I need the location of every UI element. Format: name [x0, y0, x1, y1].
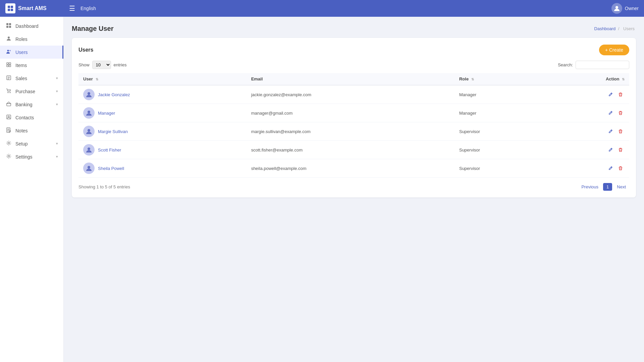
edit-button[interactable]: [606, 146, 614, 154]
edit-button[interactable]: [606, 127, 614, 135]
setup-chevron-icon: ▾: [56, 141, 58, 146]
user-actions: [545, 122, 629, 141]
sidebar-label-roles: Roles: [15, 37, 28, 42]
dashboard-icon: [5, 23, 12, 29]
page-1-button[interactable]: 1: [603, 183, 612, 191]
create-button[interactable]: + Create: [599, 45, 629, 55]
delete-button[interactable]: [616, 164, 625, 172]
svg-point-20: [8, 92, 8, 93]
user-name[interactable]: Sheila Powell: [98, 166, 124, 171]
action-sort-icon[interactable]: ⇅: [622, 77, 625, 81]
users-card: Users + Create Show 10 25 50 100 entries…: [72, 38, 636, 197]
user-avatar-icon: [611, 3, 622, 14]
delete-button[interactable]: [616, 146, 625, 154]
sidebar-label-dashboard: Dashboard: [15, 23, 39, 29]
app-name: Smart AMS: [18, 5, 47, 11]
svg-point-35: [88, 111, 90, 113]
sidebar-item-users[interactable]: Users: [0, 46, 63, 59]
next-button[interactable]: Next: [613, 183, 629, 191]
sidebar-label-contacts: Contacts: [15, 115, 34, 120]
user-role: Manager: [454, 85, 545, 104]
edit-button[interactable]: [606, 164, 614, 172]
language-selector[interactable]: English: [80, 6, 96, 11]
user-email: manager@gmail.com: [247, 104, 454, 122]
breadcrumb-separator: /: [618, 26, 621, 31]
table-row: Scott Fisher scott.fisher@example.com Su…: [78, 141, 629, 159]
sidebar-item-dashboard[interactable]: Dashboard: [0, 19, 63, 33]
sidebar-item-purchase[interactable]: Purchase ▾: [0, 85, 63, 98]
delete-button[interactable]: [616, 127, 625, 135]
sidebar-item-contacts[interactable]: Contacts: [0, 111, 63, 124]
sidebar-item-sales[interactable]: Sales ▾: [0, 72, 63, 85]
sidebar-item-banking[interactable]: Banking ▾: [0, 98, 63, 111]
delete-button[interactable]: [616, 90, 625, 99]
owner-label: Owner: [625, 6, 639, 11]
breadcrumb-dashboard-link[interactable]: Dashboard: [594, 26, 616, 31]
settings-icon: [5, 154, 12, 160]
role-sort-icon[interactable]: ⇅: [471, 77, 474, 81]
table-controls: Show 10 25 50 100 entries Search:: [78, 61, 629, 69]
user-cell: Sheila Powell: [78, 159, 247, 178]
pagination-controls: Previous 1 Next: [578, 183, 629, 191]
sidebar: Dashboard Roles Users: [0, 17, 64, 362]
user-name[interactable]: Margie Sullivan: [98, 129, 128, 134]
breadcrumb-current: Users: [623, 26, 635, 31]
app-logo: Smart AMS: [5, 3, 69, 13]
user-role: Supervisor: [454, 141, 545, 159]
user-actions: [545, 141, 629, 159]
user-role: Manager: [454, 104, 545, 122]
table-row: Jackie Gonzalez jackie.gonzalez@example.…: [78, 85, 629, 104]
user-role: Supervisor: [454, 122, 545, 141]
entries-select[interactable]: 10 25 50 100: [92, 61, 111, 69]
svg-point-39: [88, 129, 90, 132]
purchase-chevron-icon: ▾: [56, 89, 58, 94]
card-header: Users + Create: [78, 45, 629, 55]
user-actions: [545, 85, 629, 104]
user-email: margie.sullivan@example.com: [247, 122, 454, 141]
hamburger-button[interactable]: ☰: [69, 4, 75, 12]
svg-rect-1: [11, 6, 13, 8]
svg-point-21: [10, 92, 10, 93]
search-input[interactable]: [576, 61, 629, 69]
users-table: User ⇅ Email Role ⇅ Action ⇅: [78, 73, 629, 178]
user-name[interactable]: Scott Fisher: [98, 147, 121, 153]
sidebar-item-settings[interactable]: Settings ▾: [0, 150, 63, 163]
sidebar-label-settings: Settings: [15, 154, 33, 160]
svg-point-10: [7, 50, 9, 52]
sidebar-item-notes[interactable]: Notes: [0, 124, 63, 137]
user-email: sheila.powell@example.com: [247, 159, 454, 178]
user-name[interactable]: Manager: [98, 111, 115, 116]
user-name[interactable]: Jackie Gonzalez: [98, 92, 130, 97]
roles-icon: [5, 36, 12, 42]
table-row: Manager manager@gmail.com Manager: [78, 104, 629, 122]
svg-rect-7: [6, 26, 8, 28]
logo-icon: [5, 3, 15, 13]
sidebar-label-banking: Banking: [15, 102, 33, 107]
sidebar-label-items: Items: [15, 63, 27, 68]
showing-text: Showing 1 to 5 of 5 entries: [78, 184, 130, 189]
table-header-row: User ⇅ Email Role ⇅ Action ⇅: [78, 73, 629, 85]
previous-button[interactable]: Previous: [578, 183, 602, 191]
sidebar-item-roles[interactable]: Roles: [0, 33, 63, 46]
svg-rect-0: [8, 6, 10, 8]
pagination-bar: Showing 1 to 5 of 5 entries Previous 1 N…: [78, 183, 629, 191]
svg-point-29: [8, 142, 10, 144]
svg-point-9: [8, 37, 10, 39]
sidebar-item-setup[interactable]: Setup ▾: [0, 137, 63, 150]
sidebar-label-users: Users: [15, 50, 28, 55]
breadcrumb-bar: Manage User Dashboard / Users: [72, 25, 636, 33]
user-cell: Manager: [78, 104, 247, 122]
sidebar-item-items[interactable]: Items: [0, 59, 63, 72]
sidebar-label-notes: Notes: [15, 128, 28, 133]
sidebar-label-purchase: Purchase: [15, 89, 35, 94]
edit-button[interactable]: [606, 90, 614, 99]
banking-chevron-icon: ▾: [56, 102, 58, 107]
delete-button[interactable]: [616, 109, 625, 117]
settings-chevron-icon: ▾: [56, 155, 58, 159]
edit-button[interactable]: [606, 109, 614, 117]
user-sort-icon[interactable]: ⇅: [96, 77, 98, 81]
svg-rect-12: [7, 63, 8, 64]
svg-line-36: [611, 112, 612, 113]
svg-rect-8: [9, 26, 11, 28]
svg-rect-14: [7, 65, 8, 67]
